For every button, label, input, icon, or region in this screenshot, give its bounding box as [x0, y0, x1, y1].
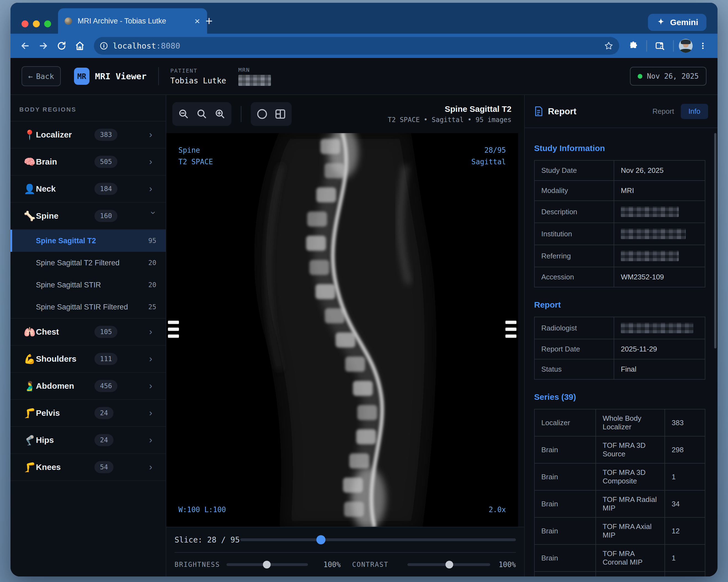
window-controls	[22, 21, 51, 27]
study-date-text: Nov 26, 2025	[647, 72, 699, 80]
sidebar-subitem-spine-sagittal-stir-filtered[interactable]: Spine Sagittal STIR Filtered25	[10, 296, 166, 318]
browser-tab[interactable]: MRI Archive - Tobias Lutke ×	[58, 8, 207, 34]
sidebar-item-spine[interactable]: 🦴Spine160›	[10, 203, 166, 230]
back-icon[interactable]	[17, 38, 33, 54]
page-title: MRI Viewer	[95, 71, 147, 81]
sidebar-item-knees[interactable]: 🦵Knees54›	[10, 454, 166, 481]
zoom-reset-button[interactable]	[193, 105, 211, 123]
sidebar-item-pelvis[interactable]: 🦵Pelvis24›	[10, 400, 166, 427]
slice-slider[interactable]	[240, 538, 516, 541]
series-row[interactable]: BrainTOF MRA 3D Composite1	[535, 463, 705, 490]
sidebar-item-neck[interactable]: 👤Neck184›	[10, 176, 166, 203]
contrast-slider-thumb[interactable]	[445, 561, 453, 568]
sidebar-subitem-spine-sagittal-t2[interactable]: Spine Sagittal T295	[10, 230, 166, 252]
series-name: Whole Body Localizer	[596, 409, 665, 436]
contrast-slider[interactable]	[407, 563, 490, 566]
series-row[interactable]: BrainTOF MRA Coronal MIP1	[535, 545, 705, 572]
sidebar-subitem-spine-sagittal-stir[interactable]: Spine Sagittal STIR20	[10, 274, 166, 296]
sidebar-item-label: Knees	[36, 462, 95, 472]
viewer-toolbar: Spine Sagittal T2 T2 SPACE • Sagittal • …	[166, 95, 524, 133]
series-row[interactable]: BrainTOF MRA Sagittal MIP1	[535, 572, 705, 577]
sidebar-subitem-spine-sagittal-t2-filtered[interactable]: Spine Sagittal T2 Filtered20	[10, 252, 166, 274]
series-row[interactable]: BrainTOF MRA 3D Source298	[535, 436, 705, 463]
zoom-in-button[interactable]	[211, 105, 229, 123]
row-label: Referring	[535, 245, 614, 267]
series-row[interactable]: BrainTOF MRA Axial MIP12	[535, 518, 705, 545]
mri-image	[166, 133, 518, 527]
series-region: Brain	[535, 545, 596, 572]
extensions-icon[interactable]	[625, 38, 641, 54]
profile-avatar[interactable]	[679, 39, 693, 53]
row-value: WM2352-109	[614, 267, 705, 287]
tab-info[interactable]: Info	[681, 104, 708, 119]
row-value: Nov 26, 2025	[614, 160, 705, 181]
new-tab-button[interactable]: +	[206, 15, 213, 27]
count-badge: 111	[95, 353, 118, 365]
sidebar-item-localizer[interactable]: 📍Localizer383›	[10, 122, 166, 149]
count-badge: 184	[95, 183, 118, 195]
mri-image-viewport[interactable]: Spine T2 SPACE 28/95 Sagittal W:100 L:10…	[166, 133, 518, 527]
home-icon[interactable]	[72, 38, 88, 54]
view-tool-group	[251, 102, 292, 126]
brightness-slider-thumb[interactable]	[263, 561, 271, 568]
ellipse-tool-button[interactable]	[253, 105, 271, 123]
table-row: AccessionWM2352-109	[535, 267, 705, 287]
sidebar-item-shoulders[interactable]: 💪Shoulders111›	[10, 346, 166, 373]
minimize-window-button[interactable]	[33, 21, 40, 27]
subitem-count: 20	[148, 281, 156, 289]
tab-search-icon[interactable]	[652, 38, 668, 54]
overlay-window-level: W:100 L:100	[178, 504, 226, 516]
series-table: LocalizerWhole Body Localizer383BrainTOF…	[534, 409, 705, 577]
right-drag-handle[interactable]	[505, 321, 516, 338]
series-count: 34	[665, 490, 705, 518]
overlay-zoom-factor: 2.0x	[489, 504, 506, 516]
zoom-out-button[interactable]	[175, 105, 193, 123]
forward-icon[interactable]	[35, 38, 51, 54]
count-badge: 456	[95, 380, 118, 392]
overlay-slice-count: 28/95	[471, 145, 506, 156]
shoulders-icon: 💪	[24, 353, 36, 365]
panel-scroll-area[interactable]: Study Information Study DateNov 26, 2025…	[525, 128, 718, 577]
tab-title: MRI Archive - Tobias Lutke	[78, 17, 188, 25]
slice-slider-thumb[interactable]	[316, 535, 326, 545]
count-badge: 160	[95, 210, 118, 222]
sidebar-item-abdomen[interactable]: 🫃Abdomen456›	[10, 373, 166, 400]
sidebar-item-brain[interactable]: 🧠Brain505›	[10, 149, 166, 176]
tab-favicon-icon	[64, 18, 72, 25]
row-value	[614, 201, 705, 223]
abdomen-icon: 🫃	[24, 380, 36, 392]
sidebar-item-label: Shoulders	[36, 354, 95, 364]
url-bar[interactable]: localhost:8080	[94, 37, 619, 55]
gemini-label: Gemini	[670, 18, 698, 27]
bookmark-star-icon[interactable]	[604, 41, 614, 51]
zoom-window-button[interactable]	[44, 21, 51, 27]
table-row: Radiologist	[535, 317, 705, 339]
series-row[interactable]: LocalizerWhole Body Localizer383	[535, 409, 705, 436]
header-divider	[158, 67, 159, 85]
sidebar: BODY REGIONS 📍Localizer383›🧠Brain505›👤Ne…	[10, 95, 166, 577]
tab-close-icon[interactable]: ×	[194, 16, 201, 26]
browser-menu-icon[interactable]	[695, 38, 711, 54]
reload-icon[interactable]	[54, 38, 70, 54]
gemini-button[interactable]: Gemini	[648, 14, 706, 31]
zoom-tool-group	[172, 102, 231, 126]
layout-split-button[interactable]	[271, 105, 289, 123]
series-heading: Series (39)	[534, 392, 705, 402]
toolbar-separator	[646, 40, 647, 52]
back-button[interactable]: ← Back	[22, 66, 61, 86]
browser-tabbar: MRI Archive - Tobias Lutke × + Gemini	[10, 3, 718, 34]
chest-icon: 🫁	[24, 326, 36, 337]
panel-scrollbar[interactable]	[714, 133, 717, 348]
close-window-button[interactable]	[22, 21, 28, 27]
site-info-icon[interactable]	[99, 42, 108, 50]
tab-report[interactable]: Report	[648, 104, 679, 119]
left-drag-handle[interactable]	[168, 321, 179, 338]
series-row[interactable]: BrainTOF MRA Radial MIP34	[535, 490, 705, 518]
sidebar-item-hips[interactable]: 🦿Hips24›	[10, 427, 166, 454]
patient-name: Tobias Lutke	[171, 76, 226, 85]
sparkle-icon	[656, 18, 666, 27]
sidebar-item-chest[interactable]: 🫁Chest105›	[10, 319, 166, 346]
subitem-count: 25	[148, 303, 156, 311]
row-value	[614, 223, 705, 245]
brightness-slider[interactable]	[227, 563, 308, 566]
